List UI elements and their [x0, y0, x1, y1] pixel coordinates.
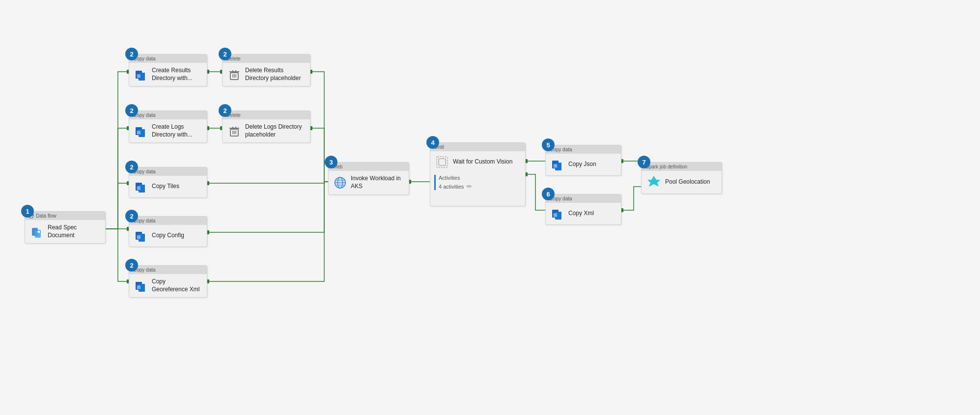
node-copy-georef-label: Copy Georeference Xml [152, 278, 202, 293]
node-delete-results-header: Delete [223, 55, 310, 63]
node-spark-job[interactable]: 7 Spark job definition Pool Geolocation [641, 162, 722, 194]
node-copy-json-body: ⊞ Copy Json [546, 154, 621, 175]
node-invoke-label: Invoke Workload in AKS [351, 175, 404, 190]
node-read-spec[interactable]: 1 Data flow Read Spec Document [25, 211, 106, 244]
node-copy-json-header: Copy data [546, 145, 621, 154]
node-read-spec-type: Data flow [36, 213, 56, 219]
node-delete-logs-header: Delete [223, 111, 310, 119]
edit-activities-icon[interactable]: ✏ [467, 183, 472, 190]
delete-icon-logs [227, 124, 241, 138]
node-spark-type: Spark job definition [645, 164, 687, 169]
node-copy-xml-header: Copy data [546, 194, 621, 203]
svg-text:⊞: ⊞ [137, 284, 140, 290]
node-spark-header: Spark job definition [642, 163, 722, 171]
node-delete-logs-body: Delete Logs Directory placeholder [223, 119, 310, 142]
node-read-spec-body: Read Spec Document [25, 220, 105, 243]
badge-delete-results: 2 [219, 48, 231, 60]
node-create-logs-header: Copy data [129, 111, 207, 119]
node-create-results-label: Create Results Directory with... [152, 67, 202, 82]
node-copy-tiles[interactable]: 2 Copy data ⊞ Copy Tiles [129, 167, 207, 198]
web-icon [334, 175, 347, 191]
svg-text:⊞: ⊞ [137, 234, 140, 240]
badge-1: 1 [21, 205, 34, 218]
node-spark-label: Pool Geolocation [665, 178, 710, 186]
badge-create-logs: 2 [125, 104, 138, 117]
node-wait-inner: Activities 4 activities ✏ [430, 173, 525, 193]
node-copy-georef-header: Copy data [129, 266, 207, 274]
copy-icon-xml: ⊞ [551, 207, 564, 221]
badge-wait: 4 [426, 136, 439, 149]
badge-copy-config: 2 [125, 210, 138, 222]
badge-delete-logs: 2 [219, 104, 231, 117]
node-create-logs[interactable]: 2 Copy data ⊞ Create Logs Directory with… [129, 111, 207, 143]
badge-copy-xml: 6 [542, 188, 555, 200]
node-wait-header: Until [430, 143, 525, 151]
svg-text:⊞: ⊞ [137, 185, 140, 191]
copy-icon-tiles: ⊞ [134, 180, 148, 194]
node-create-results-body: ⊞ Create Results Directory with... [129, 63, 207, 86]
node-delete-results-label: Delete Results Directory placeholder [245, 67, 305, 82]
node-copy-tiles-header: Copy data [129, 167, 207, 176]
badge-spark: 7 [638, 156, 650, 168]
delete-icon-results [227, 68, 241, 82]
node-copy-json[interactable]: 5 Copy data ⊞ Copy Json [545, 145, 621, 176]
until-icon [435, 155, 449, 169]
node-invoke-workload[interactable]: 3 Web Invoke Workload in AKS [328, 162, 409, 195]
node-invoke-body: Invoke Workload in AKS [329, 171, 409, 194]
node-copy-config-label: Copy Config [152, 232, 184, 240]
activities-label: Activities [439, 175, 521, 181]
badge-copy-json: 5 [542, 138, 555, 151]
node-copy-xml[interactable]: 6 Copy data ⊞ Copy Xml [545, 194, 621, 225]
node-copy-georef-body: ⊞ Copy Georeference Xml [129, 274, 207, 297]
node-copy-xml-body: ⊞ Copy Xml [546, 203, 621, 224]
node-copy-json-label: Copy Json [568, 161, 596, 168]
node-delete-results[interactable]: 2 Delete Delete Results Directory placeh… [222, 54, 310, 86]
node-invoke-header: Web [329, 163, 409, 171]
copy-icon-json: ⊞ [551, 158, 564, 171]
pipeline-canvas: 1 Data flow Read Spec Document 2 Copy da… [0, 0, 980, 415]
node-copy-georef[interactable]: 2 Copy data ⊞ Copy Georeference Xml [129, 265, 207, 298]
node-create-logs-body: ⊞ Create Logs Directory with... [129, 119, 207, 142]
node-wait-label: Wait for Custom Vision [453, 158, 512, 166]
node-read-spec-header: Data flow [25, 212, 105, 220]
badge-copy-tiles: 2 [125, 161, 138, 173]
node-copy-xml-label: Copy Xml [568, 210, 594, 218]
badge-invoke: 3 [325, 156, 337, 168]
node-wait-body: Wait for Custom Vision [430, 151, 525, 173]
node-copy-tiles-body: ⊞ Copy Tiles [129, 176, 207, 197]
dataflow-icon [30, 225, 44, 239]
svg-text:⊞: ⊞ [553, 163, 557, 168]
node-wait-vision[interactable]: 4 Until Wait for Custom Vision Activitie… [430, 142, 526, 206]
node-delete-results-body: Delete Results Directory placeholder [223, 63, 310, 86]
svg-rect-61 [439, 159, 446, 166]
svg-rect-22 [35, 230, 41, 238]
node-create-logs-label: Create Logs Directory with... [152, 123, 202, 138]
svg-text:⊞: ⊞ [137, 73, 140, 79]
copy-icon-georef: ⊞ [134, 279, 148, 293]
copy-icon-logs: ⊞ [134, 124, 148, 138]
node-read-spec-label: Read Spec Document [48, 224, 100, 239]
svg-rect-60 [437, 157, 448, 167]
copy-icon-config: ⊞ [134, 229, 148, 243]
activities-count: 4 activities [439, 184, 464, 190]
node-copy-config-body: ⊞ Copy Config [129, 225, 207, 247]
node-spark-body: Pool Geolocation [642, 171, 722, 194]
node-create-results[interactable]: 2 Copy data ⊞ Create Results Directory w… [129, 54, 207, 86]
node-create-results-header: Copy data [129, 55, 207, 63]
svg-text:⊞: ⊞ [553, 212, 557, 218]
node-delete-logs-label: Delete Logs Directory placeholder [245, 123, 305, 138]
node-copy-config[interactable]: 2 Copy data ⊞ Copy Config [129, 216, 207, 247]
badge-create-results: 2 [125, 48, 138, 60]
badge-copy-georef: 2 [125, 259, 138, 272]
node-delete-logs[interactable]: 2 Delete Delete Logs Directory placehold… [222, 111, 310, 143]
spark-icon [646, 175, 661, 190]
node-copy-config-header: Copy data [129, 217, 207, 225]
node-copy-tiles-label: Copy Tiles [152, 183, 179, 191]
svg-text:⊞: ⊞ [137, 130, 140, 135]
copy-icon-results: ⊞ [134, 68, 148, 82]
